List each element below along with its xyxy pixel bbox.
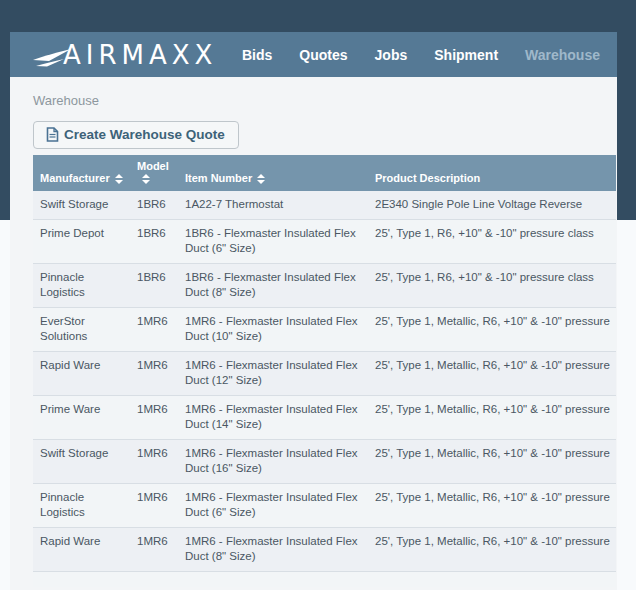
cell-item-number: 1BR6 - Flexmaster Insulated Flex Duct (8… xyxy=(185,263,375,307)
cell-item-number: 1MR6 - Flexmaster Insulated Flex Duct (1… xyxy=(185,307,375,351)
column-header-label: Product Description xyxy=(375,172,480,184)
cell-product-description: 25', Type 1, Metallic, R6, +10" & -10" p… xyxy=(375,439,616,483)
cell-manufacturer: EverStor Solutions xyxy=(33,307,137,351)
cell-product-description: 25', Type 1, Metallic, R6, +10" & -10" p… xyxy=(375,307,616,351)
cell-product-description: 2E340 Single Pole Line Voltage Reverse xyxy=(375,191,616,219)
cell-item-number: 1MR6 - Flexmaster Insulated Flex Duct (8… xyxy=(185,527,375,571)
table-row[interactable]: Rapid Ware 1MR6 1MR6 - Flexmaster Insula… xyxy=(33,351,616,395)
cell-item-number: 1BR6 - Flexmaster Insulated Flex Duct (6… xyxy=(185,219,375,263)
column-header-label: Model xyxy=(137,160,169,172)
nav-item-shipment[interactable]: Shipment xyxy=(434,47,498,63)
create-warehouse-quote-label: Create Warehouse Quote xyxy=(64,127,225,142)
table-header-row: Manufacturer Model Item Number Product D… xyxy=(33,155,616,191)
column-header-label: Item Number xyxy=(185,172,252,184)
cell-model: 1MR6 xyxy=(137,351,185,395)
table-row[interactable]: Pinnacle Logistics 1BR6 1BR6 - Flexmaste… xyxy=(33,263,616,307)
nav-item-bids[interactable]: Bids xyxy=(242,47,272,63)
cell-model: 1MR6 xyxy=(137,527,185,571)
cell-model: 1MR6 xyxy=(137,439,185,483)
cell-manufacturer: Prime Ware xyxy=(33,395,137,439)
cell-product-description: 25', Type 1, R6, +10" & -10" pressure cl… xyxy=(375,263,616,307)
cell-manufacturer: Swift Storage xyxy=(33,439,137,483)
table-row[interactable]: Swift Storage 1MR6 1MR6 - Flexmaster Ins… xyxy=(33,439,616,483)
brand-name: AIRMAXX xyxy=(63,40,217,70)
table-body: Swift Storage 1BR6 1A22-7 Thermostat 2E3… xyxy=(33,191,616,587)
cell-product-description: 25', Type 1, Metallic, R6, +10" & -10" p… xyxy=(375,483,616,527)
cell-product-description: 25', Type 1, Metallic, R6, +10" & -10" p… xyxy=(375,527,616,571)
main-nav: Bids Quotes Jobs Shipment Warehouse xyxy=(242,47,600,63)
cell-model: 1MR6 xyxy=(137,307,185,351)
nav-item-warehouse[interactable]: Warehouse xyxy=(525,47,600,63)
cell-item-number: 1A22-7 Thermostat xyxy=(185,191,375,219)
cell-manufacturer: Rapid Ware xyxy=(33,527,137,571)
column-header-item-number[interactable]: Item Number xyxy=(185,155,375,191)
table-row[interactable]: Pinnacle Logistics 1MR6 1MR6 - Flexmaste… xyxy=(33,483,616,527)
page-title: Warehouse xyxy=(33,93,616,108)
warehouse-items-table: Manufacturer Model Item Number Product D… xyxy=(33,155,616,587)
table-row[interactable]: Prime Ware 1MR6 1MR6 - Flexmaster Insula… xyxy=(33,395,616,439)
column-header-model[interactable]: Model xyxy=(137,155,185,191)
table-row[interactable]: EverStor Solutions 1MR6 1MR6 - Flexmaste… xyxy=(33,307,616,351)
cell-product-description: 25', Type 1, Metallic, R6, +10" & -10" p… xyxy=(375,351,616,395)
sort-arrows-icon xyxy=(142,174,150,184)
sort-arrows-icon xyxy=(115,174,123,184)
cell-model: 1MR6 xyxy=(137,483,185,527)
table-row[interactable]: Prime Depot 1BR6 1BR6 - Flexmaster Insul… xyxy=(33,219,616,263)
nav-item-quotes[interactable]: Quotes xyxy=(299,47,347,63)
partial-row-cell xyxy=(33,571,616,587)
column-header-manufacturer[interactable]: Manufacturer xyxy=(33,155,137,191)
content-panel: Warehouse Create Warehouse Quote Manufac… xyxy=(10,77,617,590)
cell-model: 1MR6 xyxy=(137,395,185,439)
table-row-partial xyxy=(33,571,616,587)
cell-item-number: 1MR6 - Flexmaster Insulated Flex Duct (1… xyxy=(185,351,375,395)
document-icon xyxy=(46,127,59,142)
cell-item-number: 1MR6 - Flexmaster Insulated Flex Duct (6… xyxy=(185,483,375,527)
table-row[interactable]: Rapid Ware 1MR6 1MR6 - Flexmaster Insula… xyxy=(33,527,616,571)
cell-item-number: 1MR6 - Flexmaster Insulated Flex Duct (1… xyxy=(185,439,375,483)
cell-manufacturer: Pinnacle Logistics xyxy=(33,483,137,527)
cell-product-description: 25', Type 1, Metallic, R6, +10" & -10" p… xyxy=(375,395,616,439)
cell-model: 1BR6 xyxy=(137,263,185,307)
column-header-product-description: Product Description xyxy=(375,155,616,191)
cell-product-description: 25', Type 1, R6, +10" & -10" pressure cl… xyxy=(375,219,616,263)
column-header-label: Manufacturer xyxy=(40,172,110,184)
cell-manufacturer: Prime Depot xyxy=(33,219,137,263)
cell-manufacturer: Swift Storage xyxy=(33,191,137,219)
create-warehouse-quote-button[interactable]: Create Warehouse Quote xyxy=(33,121,239,149)
cell-manufacturer: Pinnacle Logistics xyxy=(33,263,137,307)
table-row[interactable]: Swift Storage 1BR6 1A22-7 Thermostat 2E3… xyxy=(33,191,616,219)
nav-item-jobs[interactable]: Jobs xyxy=(375,47,408,63)
cell-item-number: 1MR6 - Flexmaster Insulated Flex Duct (1… xyxy=(185,395,375,439)
app-container: AIRMAXX Bids Quotes Jobs Shipment Wareho… xyxy=(10,32,617,590)
cell-model: 1BR6 xyxy=(137,219,185,263)
cell-model: 1BR6 xyxy=(137,191,185,219)
brand-logo[interactable]: AIRMAXX xyxy=(32,40,217,70)
sort-arrows-icon xyxy=(257,174,265,184)
cell-manufacturer: Rapid Ware xyxy=(33,351,137,395)
top-navbar: AIRMAXX Bids Quotes Jobs Shipment Wareho… xyxy=(10,32,617,77)
